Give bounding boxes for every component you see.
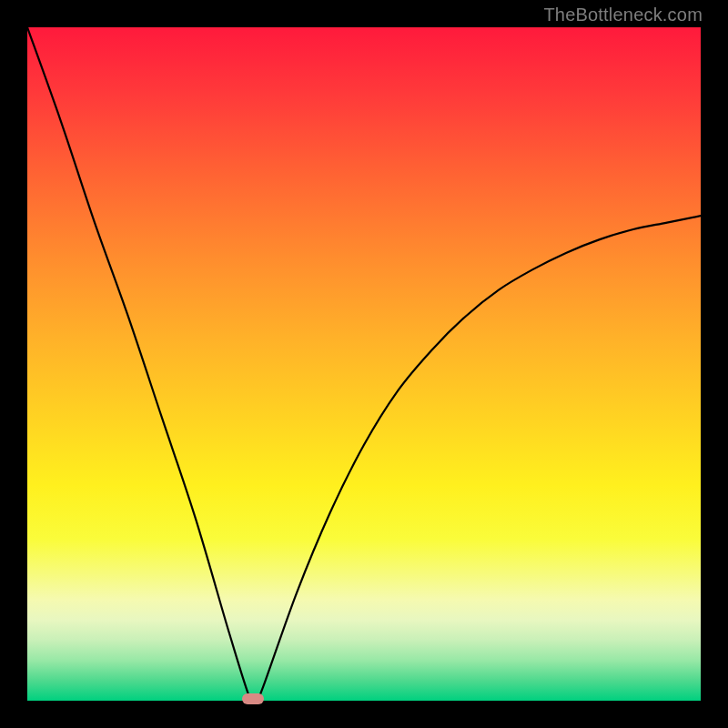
curve-svg xyxy=(27,27,701,701)
chart-container: TheBottleneck.com xyxy=(0,0,728,728)
plot-area xyxy=(27,27,701,701)
min-marker xyxy=(242,693,264,704)
watermark-text: TheBottleneck.com xyxy=(543,5,703,25)
bottleneck-curve-path xyxy=(27,27,701,701)
